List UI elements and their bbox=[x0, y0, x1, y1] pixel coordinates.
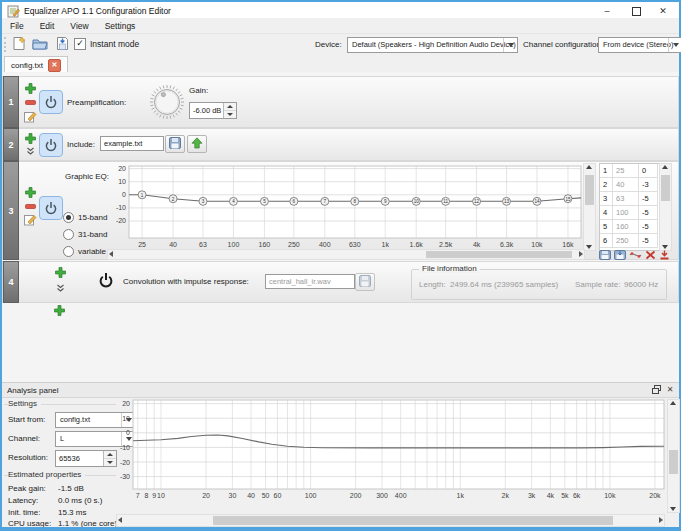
scrollbar-thumb[interactable] bbox=[426, 251, 572, 258]
power-toggle-include[interactable] bbox=[39, 133, 63, 157]
length-label: Length: bbox=[419, 280, 446, 289]
add-filter-icon[interactable] bbox=[25, 83, 36, 96]
add-filter-icon[interactable] bbox=[25, 133, 36, 146]
collapse-chevron-icon[interactable] bbox=[56, 284, 65, 295]
eq-gain-cell[interactable]: -3 bbox=[639, 178, 658, 192]
scroll-right-icon[interactable] bbox=[659, 517, 663, 523]
add-filter-icon[interactable] bbox=[55, 267, 66, 280]
analysis-hscrollbar[interactable] bbox=[116, 514, 665, 527]
svg-text:1k: 1k bbox=[457, 492, 465, 499]
float-panel-icon[interactable] bbox=[650, 384, 662, 395]
svg-text:1.6k: 1.6k bbox=[410, 241, 424, 248]
radio-15-band[interactable]: 15-band bbox=[63, 212, 107, 223]
channel-configuration-select[interactable]: From device (Stereo) bbox=[598, 37, 681, 53]
eq-frequency-cell[interactable]: 40 bbox=[613, 178, 639, 192]
scroll-up-icon[interactable] bbox=[670, 401, 676, 405]
instant-mode-checkbox[interactable]: ✓ Instant mode bbox=[74, 38, 139, 50]
radio-variable[interactable]: variable bbox=[63, 246, 106, 257]
eq-gain-cell[interactable]: 0 bbox=[639, 164, 658, 178]
open-in-editor-button[interactable] bbox=[187, 135, 207, 153]
collapse-chevron-icon[interactable] bbox=[26, 147, 35, 158]
scrollbar-thumb[interactable] bbox=[585, 175, 594, 205]
eq-gain-cell[interactable]: -5 bbox=[639, 220, 658, 234]
browse-impulse-button[interactable] bbox=[355, 273, 375, 291]
analysis-response-chart[interactable]: 20100-10-20-3078910203040506010020030040… bbox=[118, 398, 666, 500]
svg-text:50: 50 bbox=[262, 492, 270, 499]
device-select[interactable]: Default (Speakers - High Definition Audi… bbox=[347, 37, 518, 53]
edit-filter-icon[interactable] bbox=[24, 110, 37, 125]
analysis-vscrollbar[interactable] bbox=[667, 399, 680, 513]
eq-row-number: 4 bbox=[600, 206, 613, 220]
radio-31-band[interactable]: 31-band bbox=[63, 229, 107, 240]
browse-file-button[interactable] bbox=[165, 135, 185, 153]
tab-close-icon[interactable]: ✕ bbox=[48, 59, 61, 72]
scrollbar-thumb[interactable] bbox=[669, 450, 678, 474]
impulse-file-input[interactable]: central_hall_ir.wav bbox=[265, 274, 355, 289]
eq-gain-cell[interactable]: -5 bbox=[639, 192, 658, 206]
svg-text:2k: 2k bbox=[502, 492, 510, 499]
analysis-panel-header[interactable]: Analysis panel bbox=[2, 382, 679, 398]
svg-text:160: 160 bbox=[259, 241, 271, 248]
scroll-right-icon[interactable] bbox=[579, 251, 583, 257]
svg-text:-20: -20 bbox=[116, 217, 126, 224]
add-filter-icon[interactable] bbox=[25, 187, 36, 200]
eq-frequency-cell[interactable]: 63 bbox=[613, 192, 639, 206]
scroll-left-icon[interactable] bbox=[109, 251, 113, 257]
svg-text:20: 20 bbox=[118, 165, 126, 172]
scroll-up-icon[interactable] bbox=[586, 165, 592, 169]
scrollbar-thumb[interactable] bbox=[661, 175, 670, 201]
scroll-down-icon[interactable] bbox=[670, 507, 676, 511]
resolution-spinbox[interactable]: 65536 bbox=[55, 450, 117, 467]
svg-text:630: 630 bbox=[349, 241, 361, 248]
menu-file[interactable]: File bbox=[2, 21, 32, 31]
scroll-left-icon[interactable] bbox=[118, 517, 122, 523]
eq-frequency-cell[interactable]: 25 bbox=[613, 164, 639, 178]
window-border-bottom bbox=[0, 527, 681, 531]
svg-text:20: 20 bbox=[202, 492, 210, 499]
filter-row-preamp: 1 Preamplification: Gain: -6.00 dB bbox=[2, 76, 679, 128]
scrollbar-thumb[interactable] bbox=[213, 516, 613, 525]
init-time-value: 15.3 ms bbox=[58, 508, 86, 517]
menu-view[interactable]: View bbox=[62, 21, 96, 31]
new-file-button[interactable] bbox=[9, 36, 27, 53]
toolbar: ✓ Instant mode Device: Default (Speakers… bbox=[2, 33, 679, 56]
scroll-down-icon[interactable] bbox=[662, 245, 668, 249]
gain-knob[interactable] bbox=[149, 84, 185, 122]
eq-row-number: 2 bbox=[600, 178, 613, 192]
eq-frequency-cell[interactable]: 160 bbox=[613, 220, 639, 234]
eq-chart-vscrollbar[interactable] bbox=[583, 163, 596, 251]
remove-filter-icon[interactable] bbox=[25, 203, 36, 212]
svg-text:6: 6 bbox=[293, 199, 296, 204]
close-panel-icon[interactable]: ✕ bbox=[664, 384, 676, 395]
svg-text:30: 30 bbox=[228, 492, 236, 499]
append-filter-icon[interactable] bbox=[54, 305, 65, 318]
eq-gain-cell[interactable]: -5 bbox=[639, 206, 658, 220]
spin-up-icon[interactable] bbox=[224, 103, 236, 111]
save-file-button[interactable] bbox=[53, 36, 71, 53]
gain-spinbox[interactable]: -6.00 dB bbox=[189, 102, 237, 119]
power-toggle-preamp[interactable] bbox=[39, 90, 63, 114]
power-toggle-convolution[interactable] bbox=[97, 271, 115, 291]
remove-filter-icon[interactable] bbox=[25, 99, 36, 108]
edit-filter-icon[interactable] bbox=[24, 213, 37, 228]
svg-text:2: 2 bbox=[172, 197, 175, 202]
scroll-down-icon[interactable] bbox=[586, 245, 592, 249]
eq-gain-cell[interactable]: -5 bbox=[639, 234, 658, 248]
spin-down-icon[interactable] bbox=[224, 111, 236, 118]
row-number-badge: 3 bbox=[3, 161, 19, 260]
menu-settings[interactable]: Settings bbox=[97, 21, 144, 31]
include-file-input[interactable]: example.txt bbox=[100, 136, 164, 151]
svg-text:10k: 10k bbox=[531, 241, 543, 248]
eq-frequency-cell[interactable]: 100 bbox=[613, 206, 639, 220]
eq-table-scrollbar[interactable] bbox=[659, 163, 672, 251]
spin-down-icon[interactable] bbox=[104, 459, 116, 466]
spin-up-icon[interactable] bbox=[104, 451, 116, 459]
eq-response-chart[interactable]: 20100-10-202540631001602504006301k1.6k2.… bbox=[107, 163, 583, 249]
eq-frequency-cell[interactable]: 250 bbox=[613, 234, 639, 248]
menu-edit[interactable]: Edit bbox=[32, 21, 63, 31]
eq-chart-hscrollbar[interactable] bbox=[107, 249, 585, 260]
open-file-button[interactable] bbox=[31, 36, 49, 53]
power-icon bbox=[43, 200, 59, 216]
scroll-up-icon[interactable] bbox=[662, 165, 668, 169]
power-toggle-eq[interactable] bbox=[39, 196, 63, 220]
